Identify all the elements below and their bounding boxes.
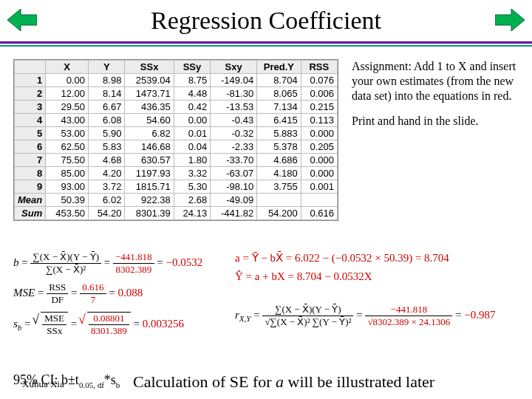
cell: 0.113 bbox=[301, 114, 337, 127]
cell: 0.42 bbox=[174, 100, 210, 114]
row-label: Sum bbox=[15, 207, 46, 220]
cell: 436.35 bbox=[125, 100, 174, 114]
svg-marker-1 bbox=[495, 9, 525, 31]
table-row: 553.005.906.820.01-0.325.8830.000 bbox=[15, 127, 338, 140]
col-header: RSS bbox=[301, 61, 337, 74]
row-label: 8 bbox=[15, 167, 46, 180]
cell: 6.67 bbox=[89, 100, 125, 114]
cell: 43.00 bbox=[46, 114, 89, 127]
cell: 0.000 bbox=[301, 154, 337, 167]
cell: 29.50 bbox=[46, 100, 89, 114]
eq-mse: MSE = RSSDF = 0.6167 = 0.088 bbox=[13, 282, 235, 306]
eq-a: a = Ȳ − bX̄ = 6.022 − (−0.0532 × 50.39) … bbox=[235, 251, 522, 265]
cell: 1473.71 bbox=[125, 87, 174, 100]
table-row: Sum453.5054.208301.3924.13-441.8254.2000… bbox=[15, 207, 338, 220]
cell: 0.006 bbox=[301, 87, 337, 100]
cell: 6.08 bbox=[89, 114, 125, 127]
cell: 3.72 bbox=[89, 180, 125, 194]
cell: 0.076 bbox=[301, 74, 337, 87]
cell: -13.53 bbox=[211, 100, 257, 114]
col-header: SSx bbox=[125, 61, 174, 74]
cell: 0.01 bbox=[174, 127, 210, 140]
cell: 53.00 bbox=[46, 127, 89, 140]
author: Xuhua Xia bbox=[22, 378, 64, 390]
cell: 4.686 bbox=[257, 154, 301, 167]
cell: 5.378 bbox=[257, 140, 301, 154]
cell: -98.10 bbox=[211, 180, 257, 194]
cell: 8.75 bbox=[174, 74, 210, 87]
cell: 0.616 bbox=[301, 207, 337, 220]
cell: 3.755 bbox=[257, 180, 301, 194]
col-header: SSy bbox=[174, 61, 210, 74]
cell: 4.68 bbox=[89, 154, 125, 167]
row-label: 1 bbox=[15, 74, 46, 87]
cell: 1.80 bbox=[174, 154, 210, 167]
cell: 4.180 bbox=[257, 167, 301, 180]
nav-next-icon[interactable] bbox=[495, 9, 525, 31]
cell: 93.00 bbox=[46, 180, 89, 194]
cell: 75.50 bbox=[46, 154, 89, 167]
cell: 8301.39 bbox=[125, 207, 174, 220]
table-row: 329.506.67436.350.42-13.537.1340.215 bbox=[15, 100, 338, 114]
page-title: Regression Coefficient bbox=[151, 7, 381, 35]
row-label: 2 bbox=[15, 87, 46, 100]
cell: 6.82 bbox=[125, 127, 174, 140]
eq-b: b = ∑(X − X̄)(Y − Ȳ)∑(X − X̄)² = −441.81… bbox=[13, 251, 235, 276]
cell: 0.000 bbox=[301, 127, 337, 140]
col-header: Pred.Y bbox=[257, 61, 301, 74]
cell: 54.60 bbox=[125, 114, 174, 127]
cell: 6.02 bbox=[89, 194, 125, 207]
data-table: XYSSxSSySxyPred.YRSS 10.008.982539.048.7… bbox=[13, 59, 338, 221]
cell: 62.50 bbox=[46, 140, 89, 154]
cell: -33.70 bbox=[211, 154, 257, 167]
nav-prev-icon[interactable] bbox=[7, 9, 37, 31]
cell: 8.14 bbox=[89, 87, 125, 100]
cell: 146.68 bbox=[125, 140, 174, 154]
row-label: 5 bbox=[15, 127, 46, 140]
cell: 630.57 bbox=[125, 154, 174, 167]
cell: -0.32 bbox=[211, 127, 257, 140]
row-label: 4 bbox=[15, 114, 46, 127]
cell: -63.07 bbox=[211, 167, 257, 180]
row-label: 6 bbox=[15, 140, 46, 154]
header-divider bbox=[0, 41, 532, 47]
cell: -49.09 bbox=[211, 194, 257, 207]
cell: 0.00 bbox=[46, 74, 89, 87]
cell: 453.50 bbox=[46, 207, 89, 220]
cell: 1197.93 bbox=[125, 167, 174, 180]
table-row: 212.008.141473.714.48-81.308.0650.006 bbox=[15, 87, 338, 100]
assignment-text: Assignment: Add 1 to X and insert your o… bbox=[352, 59, 522, 139]
cell: 8.98 bbox=[89, 74, 125, 87]
svg-marker-0 bbox=[7, 9, 37, 31]
cell bbox=[257, 194, 301, 207]
table-row: 775.504.68630.571.80-33.704.6860.000 bbox=[15, 154, 338, 167]
cell: 0.04 bbox=[174, 140, 210, 154]
table-row: 662.505.83146.680.04-2.335.3780.205 bbox=[15, 140, 338, 154]
cell: 5.30 bbox=[174, 180, 210, 194]
eq-r: rX,Y = ∑(X − X̄)(Y − Ȳ)√∑(X − X̄)² ∑(Y −… bbox=[235, 304, 522, 328]
cell: 5.90 bbox=[89, 127, 125, 140]
cell: 922.38 bbox=[125, 194, 174, 207]
cell: 54.200 bbox=[257, 207, 301, 220]
table-row: 885.004.201197.933.32-63.074.1800.000 bbox=[15, 167, 338, 180]
col-header bbox=[15, 61, 46, 74]
table-row: 993.003.721815.715.30-98.103.7550.001 bbox=[15, 180, 338, 194]
table-row: 443.006.0854.600.00-0.436.4150.113 bbox=[15, 114, 338, 127]
cell: 2539.04 bbox=[125, 74, 174, 87]
cell: -441.82 bbox=[211, 207, 257, 220]
row-label: Mean bbox=[15, 194, 46, 207]
row-label: 3 bbox=[15, 100, 46, 114]
col-header: X bbox=[46, 61, 89, 74]
cell: 0.205 bbox=[301, 140, 337, 154]
cell: 0.215 bbox=[301, 100, 337, 114]
cell: 5.83 bbox=[89, 140, 125, 154]
col-header: Y bbox=[89, 61, 125, 74]
cell: 8.065 bbox=[257, 87, 301, 100]
table-row: 10.008.982539.048.75-149.048.7040.076 bbox=[15, 74, 338, 87]
cell: 6.415 bbox=[257, 114, 301, 127]
eq-sb: sb = MSESSx = 0.088018301.389 = 0.003256 bbox=[13, 312, 235, 337]
cell: -0.43 bbox=[211, 114, 257, 127]
cell: 50.39 bbox=[46, 194, 89, 207]
cell bbox=[301, 194, 337, 207]
cell: -81.30 bbox=[211, 87, 257, 100]
